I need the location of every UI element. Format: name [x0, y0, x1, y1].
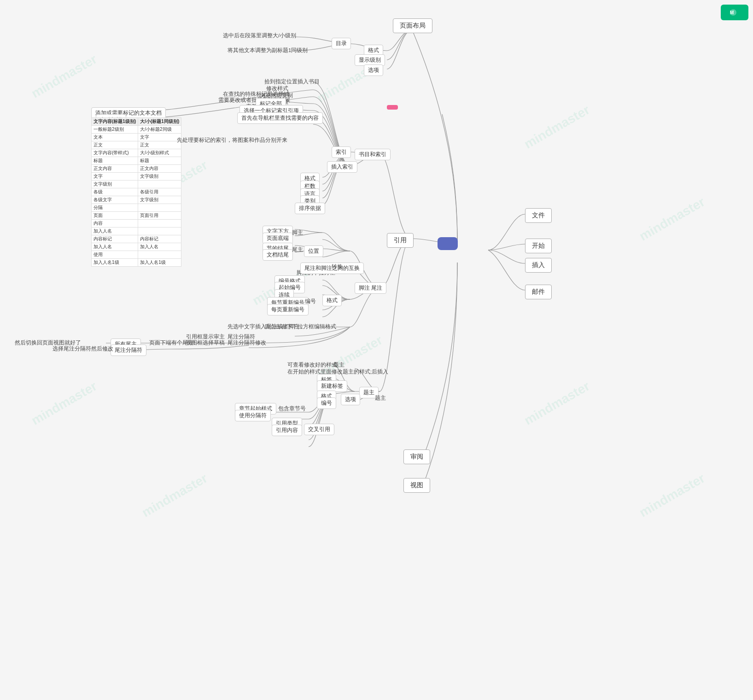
special-node [387, 105, 398, 110]
node-option1: 选项 [364, 64, 383, 76]
node-mail: 邮件 [525, 285, 552, 299]
special-label [387, 105, 398, 110]
node-idx-sort: 排序依据 [295, 203, 325, 214]
watermark-9: mindmaster [522, 379, 592, 428]
watermark-10: mindmaster [637, 194, 707, 244]
node-endnote-label1: 尾主 [290, 245, 305, 254]
node-in-start-style: 在开始的样式里面修改题主的样式;后插入 [286, 368, 390, 376]
node-tip-select-insert: 先选中文字插入尾注或者脚注 [226, 322, 301, 331]
node-select-sep: 选择尾注分隔符然后修改 [51, 344, 115, 353]
node-cross-ref: 交叉引用 [304, 424, 334, 435]
node-include-chapter: 包含章节号 [276, 404, 308, 413]
node-every-page: 每页重新编号 [267, 304, 309, 315]
watermark-1: mindmaster [29, 52, 99, 101]
node-footnote-label1: 脚主 [290, 228, 305, 237]
node-index: 索引 [332, 146, 351, 158]
central-node [438, 237, 458, 250]
node-ref-content: 引用内容 [272, 425, 302, 436]
node-catalog: 目录 [332, 38, 351, 49]
node-catalog-tip2: 将其他文本调整为副标题1同级别 [226, 46, 309, 55]
node-catalog-tip1: 选中后在段落里调整大/小级别 [221, 31, 298, 40]
watermark-5: mindmaster [140, 471, 210, 520]
node-theme-label: 题主 [373, 394, 388, 402]
node-review: 审阅 [403, 449, 430, 464]
watermark-11: mindmaster [637, 471, 707, 520]
logo-bar: M [721, 5, 748, 20]
node-use-sep: 使用分隔符 [235, 410, 271, 421]
node-table-container: 文字内容(标题1级别) 大/小(标题1同级别) 一般标题2级别大/小标题2同级 … [91, 117, 181, 267]
node-bookmark-index: 书目和索引 [355, 149, 391, 160]
node-find-nav: 首先在导航栏里查找需要的内容 [237, 112, 323, 124]
node-endnote-sep-modify: 尾注分隔符修改 [226, 338, 268, 347]
node-ref: 引用 [387, 233, 414, 248]
node-start: 开始 [525, 239, 552, 253]
mindmaster-logo-icon: M [729, 8, 737, 17]
watermark-8: mindmaster [522, 102, 592, 152]
node-theme-option: 选项 [341, 394, 360, 405]
node-option-num: 编号 [317, 397, 336, 409]
svg-text:M: M [730, 10, 734, 15]
node-numbering-label: 编号 [303, 297, 318, 306]
central-label [438, 237, 458, 250]
node-footnote-endnote: 脚注 尾注 [355, 282, 386, 294]
node-convert-label: 转换 [330, 262, 344, 271]
node-view: 视图 [403, 478, 430, 493]
node-process-mark: 先处理要标记的索引，将图案和作品分别开来 [175, 136, 289, 145]
watermark-4: mindmaster [29, 379, 99, 428]
node-footnote-format: 格式 [322, 295, 342, 306]
node-view-select-draft: 视图框选择草稿 [184, 338, 227, 347]
node-file: 文件 [525, 208, 552, 223]
node-endnote-sep: 尾注分隔符 [111, 344, 146, 356]
node-position: 位置 [304, 245, 323, 257]
index-table: 文字内容(标题1级别) 大/小(标题1同级别) 一般标题2级别大/小标题2同级 … [91, 117, 181, 267]
node-insert: 插入 [525, 258, 552, 273]
node-pagelayout: 页面布局 [393, 18, 432, 33]
node-doc-end: 文档结尾 [263, 249, 293, 261]
node-insert-index: 插入索引 [327, 161, 357, 173]
